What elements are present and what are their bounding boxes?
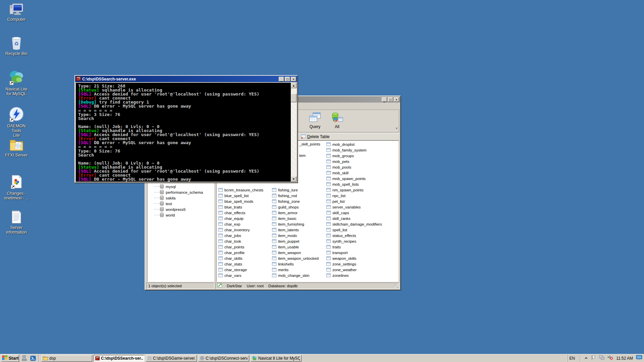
table-item-blue_spell_mods[interactable]: blue_spell_mods [218,198,253,204]
query-toolbar-button[interactable]: Query [304,111,326,131]
show-desktop-icon[interactable] [636,355,642,361]
table-item-char_vars[interactable]: char_vars [218,273,241,278]
clock[interactable]: 11:52 AM [616,356,633,361]
table-item-item_furnishing[interactable]: item_furnishing [272,221,304,227]
console-scrollbar[interactable]: ▲ ▼ [291,83,297,182]
table-item-traits[interactable]: traits [326,244,341,250]
table-item-mob_spawn_points[interactable]: mob_spawn_points [326,176,366,181]
taskbar-button-dsconnect[interactable]: C:\dsp\DSConnect-serve... [198,355,249,362]
desktop-icon-daemon-tools[interactable]: DAEMON ToolsLite [3,107,30,138]
delete-table-button[interactable]: x Delete Table [300,133,331,140]
desktop-icon-computer[interactable]: Computer [3,3,30,22]
tree-item-mysql[interactable]: mysql [148,184,214,189]
taskbar-button-dsgame[interactable]: C:\dsp\DSGame-server... [146,355,197,362]
taskbar-button-dsp[interactable]: dsp [41,355,92,362]
table-item-synth_recipes[interactable]: synth_recipes [326,238,356,244]
table-item-spell_list[interactable]: spell_list [326,227,347,233]
network-icon[interactable] [599,355,604,361]
table-item-item_usable[interactable]: item_usable [272,244,299,250]
table-item-skill_caps[interactable]: skill_caps [326,210,349,216]
table-item-merits[interactable]: merits [272,267,288,273]
scroll-down-icon[interactable]: ▼ [291,176,297,182]
table-item-char_look[interactable]: char_look [218,238,241,244]
table-item-linkshells[interactable]: linkshells [272,261,294,267]
table-item-nm_spawn_points[interactable]: nm_spawn_points [326,187,364,193]
desktop-icon-recycle-bin[interactable]: ♻ Recycle Bin [3,36,30,56]
powershell-icon[interactable] [29,355,37,362]
table-item-mob_skill[interactable]: mob_skill [326,170,348,176]
close-button[interactable]: ✕ [291,77,296,81]
tray-expand-icon[interactable] [584,355,588,361]
table-item-partial[interactable]: _skill_points [299,142,320,146]
minimize-button[interactable]: _ [382,97,387,102]
table-item-mob_pools[interactable]: mob_pools [326,164,351,170]
table-item-mob_change_skin[interactable]: mob_change_skin [272,273,309,278]
maximize-button[interactable]: □ [388,97,393,102]
table-item-fishing_rod[interactable]: fishing_rod [272,193,297,198]
server-manager-icon[interactable] [20,355,28,362]
table-item-char_effects[interactable]: char_effects [218,210,245,216]
table-item-mob_droplist[interactable]: mob_droplist [326,141,355,147]
table-item-npc_list[interactable]: npc_list [326,193,345,198]
desktop-icon-navicat[interactable]: Navicat Litefor MySQL [3,70,30,96]
tree-item-wordpress5[interactable]: wordpress5 [148,206,214,212]
table-item-pet_list[interactable]: pet_list [326,198,344,204]
language-indicator[interactable]: EN [568,356,577,361]
tree-item-world[interactable]: world [148,212,214,218]
desktop-icon-server-info[interactable]: Serverinformation [3,209,30,235]
table-item-zone_weather[interactable]: zone_weather [326,267,357,273]
resize-grip[interactable] [394,284,398,288]
table-item-mob_family_system[interactable]: mob_family_system [326,147,367,153]
tree-item-performance_schema[interactable]: performance_schema [148,189,214,195]
taskbar-button-navicat[interactable]: Navicat 8 Lite for MySQL [251,355,302,362]
table-item-blue_traits[interactable]: blue_traits [218,204,242,210]
table-item-item_latents[interactable]: item_latents [272,227,299,233]
start-button[interactable]: Start [1,355,19,362]
table-item-char_jobs[interactable]: char_jobs [218,233,241,238]
table-item-char_equip[interactable]: char_equip [218,216,244,221]
table-item-item_basic[interactable]: item_basic [272,216,297,221]
table-item-guild_shops[interactable]: guild_shops [272,204,299,210]
taskbar-button-dssearch[interactable]: C:\dsp\DSSearch-ser... [94,355,145,362]
table-item-char_skills[interactable]: char_skills [218,255,243,261]
table-item-status_effects[interactable]: status_effects [326,233,356,238]
table-item-char_storage[interactable]: char_storage [218,267,247,273]
toolbar-overflow-icon[interactable]: ▾ [396,126,397,130]
table-item-server_variables[interactable]: server_variables [326,204,361,210]
table-item-fishing_lure[interactable]: fishing_lure [272,187,298,193]
table-item-char_profile[interactable]: char_profile [218,250,245,255]
tree-item-test[interactable]: test [148,201,214,206]
table-item-item_mods[interactable]: item_mods [272,233,297,238]
table-item-item_weapon_unlocked[interactable]: item_weapon_unlocked [272,255,319,261]
table-item-blue_spell_list[interactable]: blue_spell_list [218,193,249,198]
table-item-mob_groups[interactable]: mob_groups [326,153,354,159]
maximize-button[interactable]: □ [285,77,290,81]
table-item-skill_ranks[interactable]: skill_ranks [326,216,351,221]
console-output[interactable]: Type: 21 Size: 268[Status] sqlhandle is … [76,83,297,182]
table-item-mob_pets[interactable]: mob_pets [326,159,350,164]
table-item-item_puppet[interactable]: item_puppet [272,238,299,244]
table-item-partial[interactable]: tem [299,154,306,158]
table-item-char_exp[interactable]: char_exp [218,221,240,227]
table-item-item_weapon[interactable]: item_weapon [272,250,301,255]
table-item-item_armor[interactable]: item_armor [272,210,298,216]
console-titlebar[interactable]: C:\dsp\DSSearch-server.exe _ □ ✕ [75,76,297,82]
desktop-icon-changes-doc[interactable]: Changes -onetimexi - ... [3,175,30,200]
desktop-icon-ffxi-server[interactable]: FFXI Server [3,138,30,158]
table-item-weapon_skills[interactable]: weapon_skills [326,255,357,261]
table-item-char_points[interactable]: char_points [218,244,244,250]
volume-muted-icon[interactable] [607,355,613,361]
table-item-char_stats[interactable]: char_stats [218,261,242,267]
flag-icon[interactable] [591,355,596,361]
close-button[interactable]: ✕ [394,97,399,102]
table-item-mob_spell_lists[interactable]: mob_spell_lists [326,181,359,187]
all-toolbar-button[interactable]: All [328,111,346,131]
scroll-up-icon[interactable]: ▲ [291,83,297,88]
table-item-transport[interactable]: transport [326,250,347,255]
minimize-button[interactable]: _ [279,77,284,81]
table-item-zone_settings[interactable]: zone_settings [326,261,356,267]
scrollbar-thumb[interactable] [291,94,297,102]
table-item-skillchain_damage_modifiers[interactable]: skillchain_damage_modifiers [326,221,382,227]
table-item-bcnm_treasure_chests[interactable]: bcnm_treasure_chests [218,187,263,193]
table-item-char_inventory[interactable]: char_inventory [218,227,250,233]
